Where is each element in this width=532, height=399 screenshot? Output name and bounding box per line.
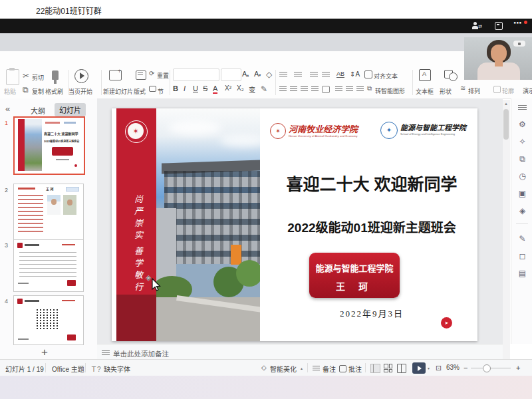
pen-icon[interactable]: ✎ <box>517 234 527 243</box>
animation-pane-icon[interactable]: ⧉ <box>517 154 527 164</box>
theme-name[interactable]: Office 主题 <box>52 364 84 374</box>
slide-thumbnail-4[interactable] <box>13 295 84 345</box>
slide-thumbnail-3[interactable] <box>13 239 84 292</box>
italic-button[interactable]: I <box>184 84 186 92</box>
scrollbar-thumb[interactable] <box>503 109 509 140</box>
rail-handle[interactable] <box>518 105 527 110</box>
zoom-in-button[interactable]: + <box>516 364 520 372</box>
format-painter-label[interactable]: 格式刷 <box>45 87 63 96</box>
share-window-icon[interactable] <box>495 22 503 30</box>
slide-editor[interactable]: ✶ 尚严崇实 善学敏行 ✶ <box>112 108 477 341</box>
paragraph-spacing-icon[interactable] <box>346 86 353 92</box>
clear-format-icon[interactable]: ◇ <box>266 70 272 79</box>
cut-icon[interactable]: ✂ <box>23 71 29 80</box>
slide-thumbnail-2[interactable]: 王 珂 <box>13 184 84 241</box>
beautify-icon[interactable]: ✧ <box>517 137 527 146</box>
align-left-icon[interactable] <box>279 86 287 92</box>
vertical-scrollbar[interactable]: ▲ <box>503 100 510 359</box>
line-height-icon[interactable]: ⇕A <box>350 70 360 78</box>
copy-icon[interactable]: ⧉ <box>23 85 29 94</box>
tab-outline[interactable]: 大纲 <box>31 105 45 116</box>
tab-slides[interactable]: 幻灯片 <box>55 103 86 116</box>
justify-icon[interactable] <box>311 86 319 92</box>
textbox-icon[interactable]: A <box>419 69 431 81</box>
add-slide-button[interactable]: + <box>41 346 48 359</box>
arrange-label[interactable]: 排列 <box>468 86 480 95</box>
play-caret-icon[interactable]: ▾ <box>428 366 430 370</box>
new-slide-icon[interactable]: + <box>109 70 122 80</box>
bullet-list-icon[interactable] <box>279 72 287 78</box>
smart-beautify[interactable]: 智能美化 <box>270 364 297 374</box>
font-color-button[interactable]: A <box>213 84 217 94</box>
distribute-icon[interactable] <box>322 86 330 93</box>
history-icon[interactable]: ◷ <box>517 172 527 181</box>
smartart-icon[interactable]: ⧉ <box>367 84 372 92</box>
font-shrink-icon[interactable]: A▾ <box>254 70 261 78</box>
slide-subtitle[interactable]: 2022级能动01班迎新主题班会 <box>266 217 477 235</box>
paste-label[interactable]: 粘贴 <box>4 87 16 96</box>
reset-label[interactable]: 重置 <box>157 71 169 80</box>
numbered-list-icon[interactable] <box>294 72 302 78</box>
meeting-camera-feed[interactable] <box>464 37 532 80</box>
more-options-icon[interactable]: ⋯ <box>513 18 522 28</box>
outline-icon[interactable] <box>493 86 501 93</box>
layout-label[interactable]: 版式 <box>134 87 146 96</box>
font-name-input[interactable] <box>173 68 219 81</box>
superscript-button[interactable]: X² <box>225 84 231 92</box>
paste-icon[interactable] <box>6 69 19 85</box>
zoom-slider-knob[interactable] <box>483 364 491 372</box>
subscript-button[interactable]: X₂ <box>237 84 244 92</box>
increase-indent-icon[interactable] <box>322 72 330 78</box>
slide-thumbnail-1[interactable]: 喜迎二十大 欢迎新同学 2022级能动01班迎新主题班会 <box>13 116 85 175</box>
view-reading-icon[interactable] <box>397 364 406 373</box>
layout-icon[interactable] <box>136 70 146 80</box>
zoom-level[interactable]: 63% <box>446 364 460 371</box>
missing-font[interactable]: 缺失字体 <box>104 364 130 374</box>
presenter-badge[interactable]: 能源与智能工程学院 王 珂 <box>309 253 400 298</box>
align-center-icon[interactable] <box>290 86 297 92</box>
view-sorter-icon[interactable] <box>384 364 392 372</box>
beautify-caret-icon[interactable]: ▴ <box>301 366 303 370</box>
slideshow-play-button[interactable] <box>412 362 426 374</box>
reset-icon[interactable]: ⟳ <box>149 70 154 77</box>
font-size-input[interactable] <box>221 68 241 81</box>
comments-toggle[interactable]: 批注 <box>348 364 362 374</box>
notes-placeholder[interactable]: 单击此处添加备注 <box>113 348 169 358</box>
cut-label[interactable]: 剪切 <box>32 73 44 82</box>
highlight-pen-icon[interactable]: ✎ <box>261 84 267 94</box>
fit-window-icon[interactable]: ⊡ <box>436 364 442 372</box>
strike-button[interactable]: S <box>203 84 207 92</box>
collapse-panel-button[interactable]: « <box>5 104 10 114</box>
zoom-slider-track[interactable] <box>471 368 511 368</box>
play-current-label[interactable]: 当页开始 <box>68 87 92 96</box>
char-effects-button[interactable]: 变 <box>249 84 255 94</box>
bold-button[interactable]: B <box>173 84 178 92</box>
present-label[interactable]: 演示 <box>523 86 532 95</box>
decrease-indent-icon[interactable] <box>310 72 318 78</box>
image-tools-icon[interactable]: ▣ <box>517 189 527 198</box>
format-painter-icon[interactable] <box>52 70 59 80</box>
align-text-label[interactable]: 对齐文本 <box>374 72 398 80</box>
comments-icon[interactable] <box>339 365 346 372</box>
properties-icon[interactable]: ⚙ <box>517 120 527 129</box>
notes-bar[interactable]: 单击此处添加备注 <box>97 344 503 360</box>
list-level-icon[interactable] <box>356 86 364 92</box>
media-icon[interactable]: ▤ <box>517 269 527 278</box>
next-arrow-icon[interactable]: ➤ <box>441 317 452 329</box>
shape-lib-icon[interactable]: ◻ <box>517 251 527 261</box>
notes-toggle[interactable]: 备注 <box>323 364 336 374</box>
text-direction-icon[interactable]: AB <box>336 70 344 78</box>
textbox-label[interactable]: 文本框 <box>416 87 434 96</box>
slide-title[interactable]: 喜迎二十大 欢迎新同学 <box>266 171 477 195</box>
section-icon[interactable] <box>149 86 156 92</box>
notes-toggle-icon[interactable] <box>313 366 320 371</box>
shapes-label[interactable]: 形状 <box>440 87 452 96</box>
zoom-out-button[interactable]: − <box>464 364 467 372</box>
font-enlarge-icon[interactable]: A▴ <box>242 70 249 78</box>
section-label[interactable]: 节 <box>158 87 164 96</box>
copy-label[interactable]: 复制 <box>32 87 44 96</box>
view-normal-icon[interactable] <box>370 364 380 373</box>
line-spacing-icon[interactable] <box>335 86 342 92</box>
underline-button[interactable]: U <box>193 84 198 92</box>
switch-user-icon[interactable]: ⇄ <box>472 22 481 30</box>
